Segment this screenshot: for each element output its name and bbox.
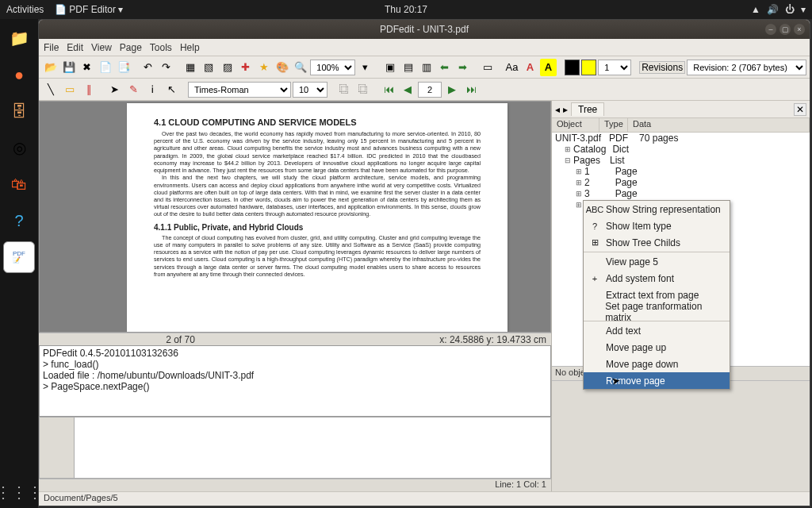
text-bold-icon[interactable]: A — [522, 59, 538, 76]
col-object[interactable]: Object — [552, 118, 599, 132]
text-hl-icon[interactable]: A — [540, 59, 557, 76]
redo-icon[interactable]: ↷ — [158, 59, 174, 76]
tab-nav-left-icon[interactable]: ◂ — [555, 104, 560, 115]
nav5-icon[interactable]: ➡ — [454, 59, 471, 76]
tree-row-catalog[interactable]: ⊞CatalogDict — [552, 144, 810, 155]
tree-row-pages[interactable]: ⊟PagesList — [552, 155, 810, 166]
editor-gutter — [39, 417, 74, 479]
ctx-item-show-string-representation[interactable]: ABCShow String representation — [584, 201, 730, 217]
save-icon[interactable]: 💾 — [60, 59, 77, 76]
pdfeditor-icon[interactable]: PDF📝 — [3, 241, 35, 273]
line-tool-icon[interactable]: ╲ — [42, 81, 59, 98]
nav2-icon[interactable]: ▤ — [400, 59, 416, 76]
ctx-item-icon: ABC — [588, 203, 601, 216]
ctx-item-remove-page[interactable]: Remove page — [584, 372, 730, 389]
firefox-icon[interactable]: ● — [3, 59, 35, 90]
ctx-item-add-text[interactable]: Add text — [584, 322, 730, 339]
ctx-item-view-page-5[interactable]: View page 5 — [584, 253, 730, 270]
ctx-item-icon — [588, 341, 601, 354]
ctx-item-add-system-font[interactable]: +Add system font — [584, 270, 730, 287]
page-number-input[interactable] — [418, 82, 442, 98]
tab-nav-right-icon[interactable]: ▸ — [563, 104, 568, 115]
tree-row-page-3[interactable]: ⊞3Page — [552, 188, 810, 199]
tool3-icon[interactable]: ▨ — [219, 59, 236, 76]
ctx-item-move-page-up[interactable]: Move page up — [584, 339, 730, 356]
files-icon[interactable]: 📁 — [3, 22, 35, 54]
volume-icon[interactable]: 🔊 — [767, 4, 779, 15]
activities-button[interactable]: Activities — [6, 4, 44, 15]
zoom-apply-icon[interactable]: ▾ — [357, 59, 373, 76]
close-button[interactable]: × — [794, 24, 805, 35]
first-page-icon[interactable]: ⏮ — [380, 81, 397, 98]
hl-color-swatch[interactable] — [581, 60, 596, 75]
bookmark-icon[interactable]: ★ — [255, 59, 272, 76]
ctx-item-icon: + — [588, 272, 601, 285]
undo-icon[interactable]: ↶ — [140, 59, 156, 76]
menu-tools[interactable]: Tools — [150, 42, 172, 53]
menu-page[interactable]: Page — [120, 42, 142, 53]
software-icon[interactable]: 🛍 — [3, 168, 35, 200]
pointer-icon[interactable]: ➤ — [105, 81, 123, 98]
color-picker-icon[interactable]: 🎨 — [274, 59, 290, 76]
power-icon[interactable]: ⏻ — [785, 4, 795, 15]
col-type[interactable]: Type — [599, 118, 628, 132]
arrow-tool-icon[interactable]: ↖ — [163, 81, 180, 98]
document-viewport[interactable]: 4.1 CLOUD COMPUTING AND SERVICE MODELS O… — [39, 101, 551, 333]
revision-select[interactable]: Revision: 2 (7067 bytes) — [687, 60, 806, 75]
maximize-button[interactable]: ▢ — [779, 24, 791, 35]
paste-icon[interactable]: ⿻ — [354, 81, 372, 98]
wifi-icon[interactable]: ▲ — [751, 4, 760, 15]
nav1-icon[interactable]: ▣ — [381, 59, 398, 76]
nav3-icon[interactable]: ▥ — [418, 59, 435, 76]
nav4-icon[interactable]: ⬅ — [436, 59, 453, 76]
fg-color-swatch[interactable] — [565, 60, 580, 75]
titlebar[interactable]: PDFedit - UNIT-3.pdf – ▢ × — [39, 20, 810, 39]
new-revision-icon[interactable]: 📄 — [97, 59, 113, 76]
clock[interactable]: Thu 20:17 — [385, 4, 427, 15]
script-input[interactable] — [74, 417, 551, 479]
text-tool-icon[interactable]: ‖ — [80, 81, 98, 98]
tab-tree[interactable]: Tree — [571, 102, 604, 116]
open-icon[interactable]: 📂 — [42, 59, 59, 76]
ctx-item-move-page-down[interactable]: Move page down — [584, 356, 730, 372]
line-width-select[interactable]: 1 — [598, 60, 631, 75]
add-page-icon[interactable]: ✚ — [237, 59, 254, 76]
menu-file[interactable]: File — [44, 42, 59, 53]
tree-row-page-1[interactable]: ⊞1Page — [552, 166, 810, 177]
col-data[interactable]: Data — [628, 118, 810, 132]
script-console[interactable]: PDFedit 0.4.5-20101103132636 > func_load… — [39, 345, 551, 417]
font-dialog-icon[interactable]: Aa — [504, 59, 520, 76]
show-apps-icon[interactable]: ⋮⋮⋮ — [3, 476, 35, 508]
close-doc-icon[interactable]: ✖ — [79, 59, 95, 76]
rhythmbox-icon[interactable]: ◎ — [3, 132, 35, 164]
tool1-icon[interactable]: ▦ — [182, 59, 199, 76]
last-page-icon[interactable]: ⏭ — [462, 81, 480, 98]
help-icon[interactable]: ? — [3, 205, 35, 237]
font-family-select[interactable]: Times-Roman — [188, 82, 291, 98]
ctx-item-show-item-type[interactable]: ?Show Item type — [584, 217, 730, 234]
menu-edit[interactable]: Edit — [67, 42, 83, 53]
tree-row-root[interactable]: UNIT-3.pdfPDF70 pages — [552, 133, 810, 144]
rect-tool-icon[interactable]: ▭ — [61, 81, 79, 98]
prev-page-icon[interactable]: ◀ — [399, 81, 416, 98]
menu-help[interactable]: Help — [180, 42, 200, 53]
annot1-icon[interactable]: ▭ — [479, 59, 496, 76]
copy-icon[interactable]: ⿻ — [335, 81, 353, 98]
close-panel-icon[interactable]: ✕ — [794, 103, 806, 116]
export-icon[interactable]: 📑 — [115, 59, 132, 76]
tree-row-page-2[interactable]: ⊞2Page — [552, 177, 810, 188]
minimize-button[interactable]: – — [765, 24, 776, 35]
ctx-item-set-page-tranformation-matrix[interactable]: Set page tranformation matrix — [584, 303, 730, 320]
select-text-icon[interactable]: Ꭵ — [144, 81, 161, 98]
menu-view[interactable]: View — [91, 42, 112, 53]
tool2-icon[interactable]: ▧ — [201, 59, 217, 76]
zoom-tool-icon[interactable]: 🔍 — [292, 59, 308, 76]
app-menu[interactable]: 📄PDF Editor ▾ — [55, 4, 123, 15]
draw-icon[interactable]: ✎ — [124, 81, 142, 98]
font-size-select[interactable]: 10 — [293, 82, 327, 98]
next-page-icon[interactable]: ▶ — [443, 81, 461, 98]
zoom-select[interactable]: 100% — [310, 60, 355, 75]
system-menu-icon[interactable]: ▾ — [801, 4, 806, 15]
nautilus-icon[interactable]: 🗄 — [3, 95, 35, 127]
ctx-item-show-tree-childs[interactable]: ⊞Show Tree Childs — [584, 234, 730, 251]
